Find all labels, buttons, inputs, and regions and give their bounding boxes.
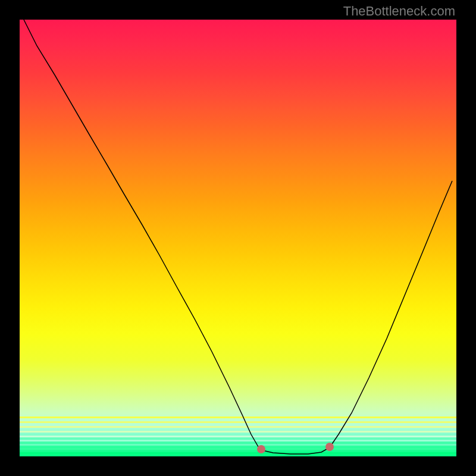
left-curve — [24, 20, 260, 450]
chart-svg — [20, 20, 456, 456]
marker-dot-right — [325, 443, 334, 451]
plot-area — [20, 20, 456, 456]
watermark-text: TheBottleneck.com — [343, 4, 455, 19]
right-curve — [330, 181, 452, 447]
bottom-marker-line — [260, 447, 330, 454]
marker-dot-left — [257, 445, 265, 453]
